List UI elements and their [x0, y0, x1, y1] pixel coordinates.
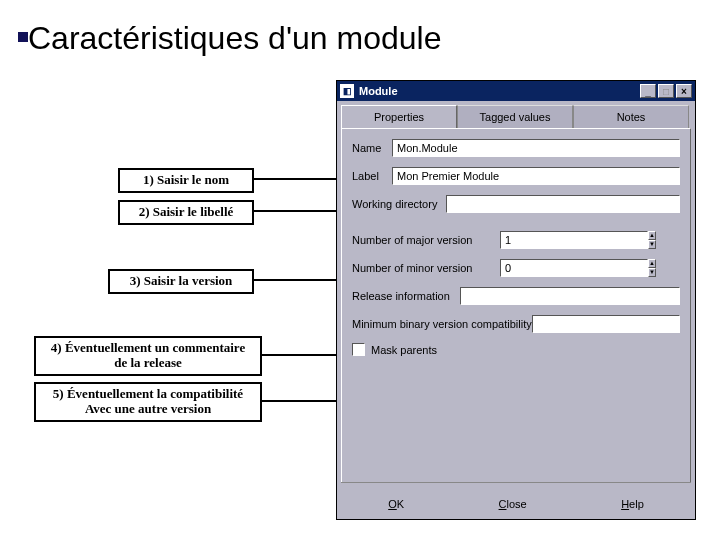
- name-input[interactable]: [392, 139, 680, 157]
- release-info-input[interactable]: [460, 287, 680, 305]
- compat-label: Minimum binary version compatibility: [352, 318, 532, 330]
- dialog-module: ◧ Module _ □ × Properties Tagged values …: [336, 80, 696, 520]
- major-spin-up[interactable]: ▲: [648, 231, 656, 240]
- label-label: Label: [352, 170, 392, 182]
- label-input[interactable]: [392, 167, 680, 185]
- module-icon: ◧: [340, 84, 354, 98]
- minor-version-label: Number of minor version: [352, 262, 500, 274]
- annot-3: 3) Saisir la version: [108, 269, 254, 294]
- major-version-label: Number of major version: [352, 234, 500, 246]
- workdir-input[interactable]: [446, 195, 680, 213]
- minor-version-input[interactable]: [500, 259, 648, 277]
- close-window-button[interactable]: ×: [676, 84, 692, 98]
- annot-2: 2) Saisir le libellé: [118, 200, 254, 225]
- compat-input[interactable]: [532, 315, 680, 333]
- mask-parents-label: Mask parents: [371, 344, 437, 356]
- tab-pane-properties: Name Label Working directory Number of m…: [341, 128, 691, 500]
- tab-notes[interactable]: Notes: [573, 105, 689, 128]
- annot-4: 4) Éventuellement un commentaire de la r…: [34, 336, 262, 376]
- workdir-label: Working directory: [352, 198, 446, 210]
- mask-parents-checkbox[interactable]: [352, 343, 365, 356]
- annot-5: 5) Éventuellement la compatibilité Avec …: [34, 382, 262, 422]
- major-version-input[interactable]: [500, 231, 648, 249]
- tab-bar: Properties Tagged values Notes: [341, 105, 695, 128]
- maximize-button[interactable]: □: [658, 84, 674, 98]
- minor-spin-down[interactable]: ▼: [648, 268, 656, 277]
- annot-1: 1) Saisir le nom: [118, 168, 254, 193]
- tab-tagged-values[interactable]: Tagged values: [457, 105, 573, 128]
- dialog-button-bar: OK Close Help: [341, 482, 691, 513]
- window-title: Module: [359, 85, 398, 97]
- slide-title: Caractéristiques d'un module: [28, 20, 441, 57]
- tab-properties[interactable]: Properties: [341, 105, 457, 128]
- titlebar[interactable]: ◧ Module _ □ ×: [337, 81, 695, 101]
- close-button[interactable]: Close: [485, 495, 541, 513]
- help-button[interactable]: Help: [607, 495, 658, 513]
- bullet-icon: [18, 32, 28, 42]
- minor-spin-up[interactable]: ▲: [648, 259, 656, 268]
- name-label: Name: [352, 142, 392, 154]
- ok-button[interactable]: OK: [374, 495, 418, 513]
- minimize-button[interactable]: _: [640, 84, 656, 98]
- release-info-label: Release information: [352, 290, 460, 302]
- major-spin-down[interactable]: ▼: [648, 240, 656, 249]
